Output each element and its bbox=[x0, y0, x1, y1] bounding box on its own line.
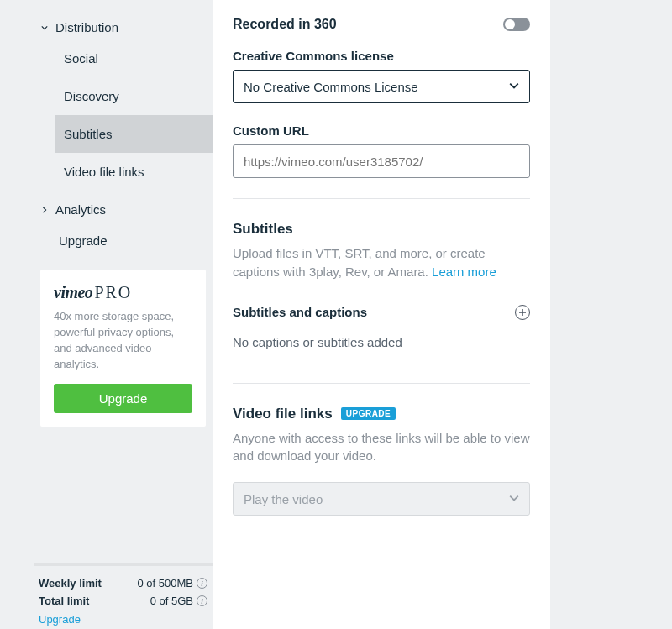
cc-license-label: Creative Commons license bbox=[233, 49, 530, 63]
play-video-select: Play the video bbox=[233, 482, 530, 516]
upgrade-link[interactable]: Upgrade bbox=[39, 610, 207, 626]
info-icon[interactable]: i bbox=[197, 578, 207, 589]
divider bbox=[233, 383, 530, 384]
no-captions-note: No captions or subtitles added bbox=[233, 335, 530, 349]
divider bbox=[233, 198, 530, 199]
chevron-down-icon bbox=[40, 24, 49, 32]
nav-group-distribution: Distribution Social Discovery Subtitles … bbox=[34, 0, 213, 191]
promo-card: vimeoPRO 40x more storage space, powerfu… bbox=[40, 270, 206, 427]
add-icon[interactable] bbox=[515, 305, 530, 320]
chevron-down-icon bbox=[509, 492, 519, 506]
chevron-right-icon bbox=[40, 206, 49, 214]
total-limit-value: 0 of 5GB bbox=[150, 595, 193, 607]
main-panel: Recorded in 360 Creative Commons license… bbox=[213, 0, 550, 629]
nav-header-label: Analytics bbox=[55, 202, 106, 217]
subtitles-section-title: Subtitles bbox=[233, 221, 530, 238]
gutter bbox=[550, 0, 672, 629]
promo-description: 40x more storage space, powerful privacy… bbox=[54, 309, 192, 372]
custom-url-field: Custom URL bbox=[233, 123, 530, 178]
total-limit-label: Total limit bbox=[39, 595, 89, 607]
play-video-value: Play the video bbox=[244, 492, 323, 506]
weekly-limit-row: Weekly limit 0 of 500MB i bbox=[39, 574, 207, 592]
recorded-360-toggle[interactable] bbox=[503, 18, 530, 31]
weekly-limit-value: 0 of 500MB bbox=[138, 577, 194, 590]
logo-sub: PRO bbox=[94, 283, 132, 301]
custom-url-input[interactable] bbox=[233, 144, 530, 178]
video-file-links-header: Video file links UPGRADE bbox=[233, 406, 530, 422]
sidebar-item-upgrade[interactable]: Upgrade bbox=[34, 222, 213, 259]
sidebar-items: Social Discovery Subtitles Video file li… bbox=[34, 39, 213, 191]
custom-url-label: Custom URL bbox=[233, 123, 530, 138]
sidebar-item-social[interactable]: Social bbox=[55, 39, 213, 77]
weekly-limit-label: Weekly limit bbox=[39, 577, 102, 590]
subtitles-captions-row: Subtitles and captions bbox=[233, 305, 530, 320]
recorded-360-row: Recorded in 360 bbox=[233, 0, 530, 49]
subtitles-captions-label: Subtitles and captions bbox=[233, 305, 367, 319]
chevron-down-icon bbox=[509, 80, 519, 93]
sidebar-item-subtitles[interactable]: Subtitles bbox=[55, 115, 213, 153]
vimeo-pro-logo: vimeoPRO bbox=[54, 283, 192, 302]
cc-license-value: No Creative Commons License bbox=[244, 80, 418, 94]
subtitles-section-desc: Upload files in VTT, SRT, and more, or c… bbox=[233, 244, 530, 281]
cc-license-field: Creative Commons license No Creative Com… bbox=[233, 49, 530, 103]
video-file-links-desc: Anyone with access to these links will b… bbox=[233, 429, 530, 466]
cc-license-select[interactable]: No Creative Commons License bbox=[233, 70, 530, 103]
video-file-links-title: Video file links bbox=[233, 406, 333, 422]
scrollbar[interactable] bbox=[34, 563, 213, 566]
nav-header-analytics[interactable]: Analytics bbox=[34, 197, 213, 222]
total-limit-row: Total limit 0 of 5GB i bbox=[39, 592, 207, 610]
upgrade-badge[interactable]: UPGRADE bbox=[341, 407, 396, 420]
sidebar-item-video-file-links[interactable]: Video file links bbox=[55, 153, 213, 191]
nav-header-label: Distribution bbox=[55, 20, 118, 34]
upgrade-button[interactable]: Upgrade bbox=[54, 384, 192, 413]
recorded-360-label: Recorded in 360 bbox=[233, 17, 337, 32]
logo-main: vimeo bbox=[54, 283, 92, 301]
sidebar-footer: Weekly limit 0 of 500MB i Total limit 0 … bbox=[34, 565, 213, 629]
sidebar: Distribution Social Discovery Subtitles … bbox=[0, 0, 213, 629]
info-icon[interactable]: i bbox=[197, 595, 207, 606]
learn-more-link[interactable]: Learn more bbox=[432, 265, 496, 279]
nav-header-distribution[interactable]: Distribution bbox=[34, 15, 213, 39]
sidebar-item-discovery[interactable]: Discovery bbox=[55, 77, 213, 115]
